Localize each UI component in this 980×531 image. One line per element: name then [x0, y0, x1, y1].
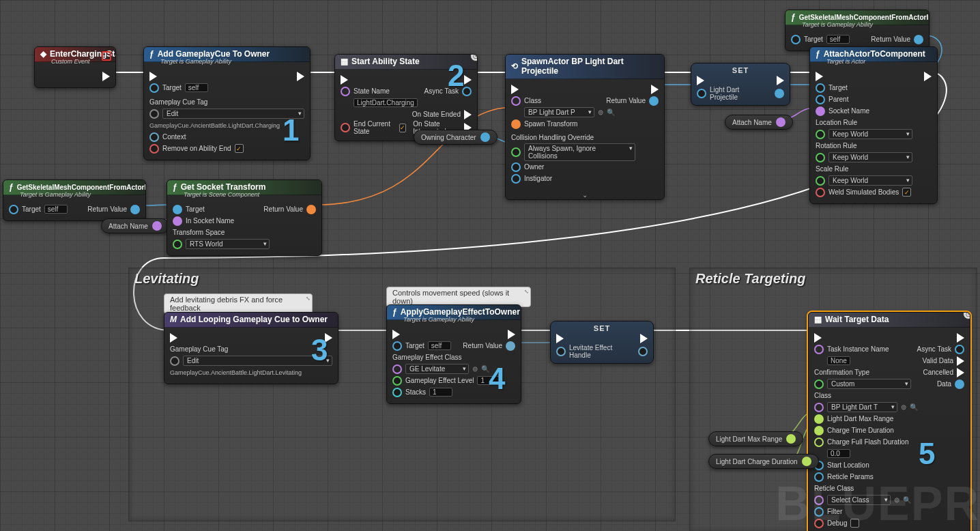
instigator-pin[interactable]: [511, 174, 521, 184]
target-pin[interactable]: [816, 83, 825, 93]
self-box[interactable]: self: [44, 205, 68, 214]
target-pin[interactable]: [9, 205, 18, 214]
class-pin[interactable]: [511, 96, 521, 106]
return-pin[interactable]: [306, 205, 316, 214]
context-pin[interactable]: [149, 132, 159, 142]
data-pin[interactable]: [955, 379, 964, 389]
target-self[interactable]: self: [185, 83, 208, 92]
on-ended-pin[interactable]: [464, 110, 472, 119]
geclass-select[interactable]: GE Levitate: [405, 364, 469, 374]
socket-pin[interactable]: [173, 216, 182, 226]
debug-pin[interactable]: [814, 519, 824, 528]
browse-icon[interactable]: 🔍: [607, 109, 615, 116]
node-start-ability-state[interactable]: ◷ ▦ Start Ability State State Name Async…: [334, 54, 478, 141]
exec-out-pin[interactable]: [325, 333, 332, 343]
endcurrent-check[interactable]: ✓: [399, 124, 406, 132]
flash-pin[interactable]: [814, 437, 824, 447]
owner-pin[interactable]: [511, 162, 521, 172]
maxrange-pin[interactable]: [814, 414, 824, 424]
tag-pin[interactable]: [170, 356, 179, 366]
pill-max-range[interactable]: Light Dart Max Range: [708, 431, 803, 446]
node-get-socket-transform[interactable]: ƒ Get Socket Transform Target is Scene C…: [167, 180, 322, 256]
search-icon[interactable]: ⊚: [598, 109, 603, 116]
async-pin[interactable]: [462, 87, 472, 96]
node-add-looping-cue[interactable]: M Add Looping Gameplay Cue to Owner Game…: [164, 312, 338, 384]
browse-icon[interactable]: 🔍: [903, 496, 911, 504]
reticleclass-pin[interactable]: [814, 496, 824, 505]
pin[interactable]: [802, 457, 811, 466]
target-pin[interactable]: [791, 35, 801, 44]
pill-attach-name-lower[interactable]: Attach Name: [101, 218, 169, 233]
exec-out-pin[interactable]: [640, 334, 648, 343]
rotrule-pin[interactable]: [816, 153, 825, 162]
exec-in-pin[interactable]: [697, 76, 704, 85]
search-icon[interactable]: ⊚: [894, 496, 899, 504]
exec-out-pin[interactable]: [297, 72, 304, 81]
exec-out-pin[interactable]: [464, 75, 472, 85]
exec-in-pin[interactable]: [556, 334, 564, 343]
scalerule-pin[interactable]: [816, 176, 825, 186]
exec-out-pin[interactable]: [508, 330, 515, 339]
value-out-pin[interactable]: [638, 347, 648, 356]
node-add-gameplaycue[interactable]: ƒ Add GameplayCue To Owner Target is Gam…: [143, 46, 311, 160]
confirm-pin[interactable]: [814, 379, 824, 389]
valid-pin[interactable]: [957, 356, 964, 366]
node-enter-charging[interactable]: ◆ EnterChargingState Custom Event: [34, 46, 116, 88]
taskname-pin[interactable]: [814, 345, 824, 354]
value-in-pin[interactable]: [697, 89, 706, 98]
weld-pin[interactable]: [816, 188, 825, 197]
exec-in-pin[interactable]: [341, 75, 348, 85]
level-box[interactable]: 1: [477, 376, 500, 385]
browse-icon[interactable]: 🔍: [481, 365, 489, 373]
browse-icon[interactable]: 🔍: [910, 403, 918, 411]
level-pin[interactable]: [392, 376, 402, 386]
scalerule-select[interactable]: Keep World: [828, 175, 912, 186]
pin[interactable]: [480, 132, 490, 142]
space-pin[interactable]: [173, 240, 182, 249]
exec-in-pin[interactable]: [149, 72, 157, 81]
taskname-box[interactable]: None: [827, 356, 850, 365]
parent-pin[interactable]: [816, 95, 825, 104]
socket-pin[interactable]: [816, 106, 825, 116]
debug-check[interactable]: [850, 519, 859, 528]
target-pin[interactable]: [149, 83, 159, 93]
exec-out-pin[interactable]: [102, 72, 110, 81]
statename-value[interactable]: LightDart.Charging: [354, 98, 418, 107]
node-set-projectile[interactable]: SET Light Dart Projectile: [691, 63, 790, 106]
stacks-box[interactable]: 1: [429, 388, 452, 397]
node-attach-actor[interactable]: ƒ AttachActorToComponent Target is Actor…: [809, 46, 938, 204]
exec-in-pin[interactable]: [170, 333, 177, 343]
exec-in-pin[interactable]: [816, 72, 823, 81]
cancelled-pin[interactable]: [957, 368, 964, 377]
class-pin[interactable]: [814, 403, 824, 412]
geclass-pin[interactable]: [392, 364, 402, 374]
return-pin[interactable]: [130, 205, 140, 214]
params-pin[interactable]: [814, 472, 824, 482]
remove-pin[interactable]: [149, 144, 159, 154]
filter-pin[interactable]: [814, 507, 824, 517]
value-in-pin[interactable]: [556, 347, 566, 356]
comment-debris[interactable]: Add levitating debris FX and force feedb…: [164, 293, 313, 314]
rotrule-select[interactable]: Keep World: [828, 152, 912, 162]
chargetime-pin[interactable]: [814, 426, 824, 435]
node-apply-ge[interactable]: ƒ ApplyGameplayEffectToOwner Target is G…: [386, 304, 521, 404]
exec-out-pin[interactable]: [924, 72, 932, 81]
flash-box[interactable]: 0.0: [827, 449, 850, 458]
return-pin[interactable]: [506, 341, 515, 351]
return-pin[interactable]: [914, 35, 923, 44]
exec-in-pin[interactable]: [511, 85, 519, 94]
remove-checkbox[interactable]: ✓: [235, 144, 244, 153]
delegate-pin-icon[interactable]: [102, 51, 111, 61]
tag-edit[interactable]: Edit: [183, 356, 332, 366]
collision-pin[interactable]: [511, 147, 521, 157]
self-box[interactable]: self: [826, 35, 850, 44]
node-set-levitate-handle[interactable]: SET Levitate Effect Handle: [550, 321, 654, 364]
comment-resize-icon[interactable]: ⤡: [306, 296, 311, 302]
endcurrent-pin[interactable]: [341, 123, 350, 132]
statename-pin[interactable]: [341, 87, 350, 96]
target-pin[interactable]: [173, 205, 182, 214]
node-get-skeletal-mesh-top[interactable]: ƒ GetSkeletalMeshComponentFromActorInfo …: [785, 10, 929, 51]
locrule-pin[interactable]: [816, 130, 825, 139]
pin[interactable]: [786, 434, 796, 444]
stacks-pin[interactable]: [392, 388, 402, 397]
